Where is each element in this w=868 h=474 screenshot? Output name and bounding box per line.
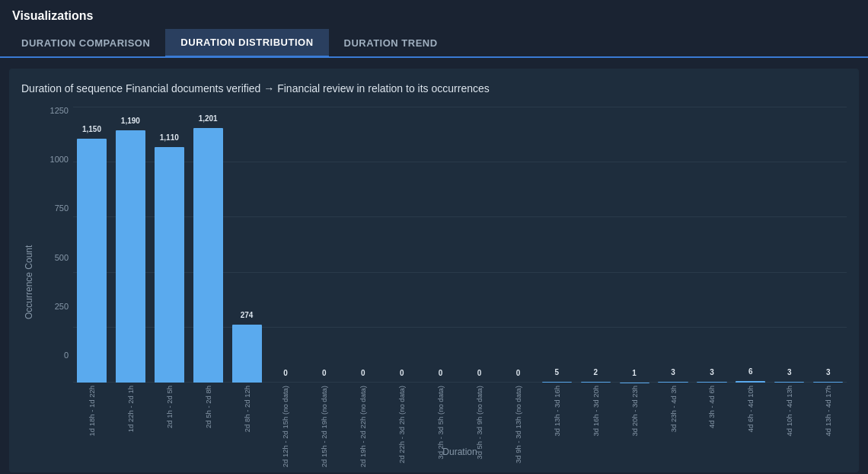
bar-group: 0 [267,107,305,383]
bar-value-label: 0 [400,369,404,377]
header: Visualizations DURATION COMPARISON DURAT… [0,0,868,58]
bar-value-label: 0 [477,369,482,377]
bar-value-label: 3 [671,368,675,376]
x-tick-label: 2d 8h - 2d 12h [243,386,251,432]
x-tick-label: 1d 18h - 1d 22h [88,386,96,437]
plot-area: 1250100075050025001,1501,1901,1101,20127… [43,107,847,383]
x-label-wrap: 3d 13h - 3d 16h [538,386,576,437]
bar: 3 [658,382,688,383]
bar-group: 1,110 [151,107,188,383]
x-tick-label: 3d 16h - 3d 20h [592,386,600,437]
y-tick: 0 [43,351,73,360]
bar-value-label: 1 [632,369,637,377]
bar-value-label: 1,150 [82,125,101,133]
chart-container: Duration of sequence Financial documents… [9,69,859,472]
bar-group: 0 [344,107,381,383]
bar: 3 [813,382,843,383]
bar: 274 [232,325,262,383]
bar-value-label: 0 [322,369,327,377]
bars-area: 1,1501,1901,1101,201274000000052133633 [73,107,847,383]
bar-group: 5 [538,107,576,383]
y-tick: 750 [43,204,73,213]
x-tick-label: 4d 3h - 4d 6h [707,386,716,428]
bar-group: 3 [771,107,808,383]
x-label-wrap: 1d 22h - 2d 1h [112,386,149,432]
bar-value-label: 6 [748,367,753,376]
bar-value-label: 0 [516,369,521,377]
chart-inner: 1250100075050025001,1501,1901,1101,20127… [43,107,847,457]
x-axis-title: Duration [73,447,847,457]
chart-area: Occurrence Count 1250100075050025001,150… [21,107,847,457]
bar-group: 274 [228,107,266,383]
y-axis-label: Occurrence Count [21,107,37,457]
x-label-wrap: 2d 8h - 2d 12h [228,386,266,432]
x-tick-label: 3d 2h - 3d 5h (no data) [436,386,445,460]
x-tick-label: 4d 6h - 4d 10h [746,386,755,432]
x-tick-label: 1d 22h - 2d 1h [126,386,135,432]
x-tick-label: 3d 20h - 3d 23h [630,386,639,437]
tab-duration-comparison[interactable]: DURATION COMPARISON [6,29,165,56]
bar-value-label: 0 [283,369,288,377]
tab-duration-trend[interactable]: DURATION TREND [329,29,453,56]
x-label-wrap: 2d 5h - 2d 8h [190,386,227,428]
bar-value-label: 0 [361,369,365,377]
bar-value-label: 3 [787,368,792,376]
x-label-wrap: 3d 16h - 3d 20h [577,386,614,437]
bar: 1,150 [77,139,107,383]
y-tick: 500 [43,254,73,262]
x-label-wrap: 4d 10h - 4d 13h [771,386,808,437]
chart-title: Duration of sequence Financial documents… [21,82,847,94]
x-tick-label: 2d 22h - 3d 2h (no data) [397,386,406,463]
bar: 6 [736,381,765,383]
bar: 5 [542,382,572,383]
bar: 1,190 [116,130,145,383]
x-label-wrap: 3d 23h - 4d 3h [655,386,692,432]
bar-value-label: 1,201 [199,114,218,123]
x-tick-label: 2d 5h - 2d 8h [204,386,212,428]
bar-value-label: 1,110 [160,133,179,142]
bar-group: 6 [732,107,769,383]
x-tick-label: 2d 1h - 2d 5h [165,386,174,428]
y-axis-ticks: 125010007505002500 [43,107,73,360]
bar-group: 3 [809,107,847,383]
bar-group: 2 [577,107,614,383]
bar: 3 [697,382,726,383]
bar-group: 0 [383,107,420,383]
bar-group: 0 [499,107,537,383]
bar-value-label: 3 [826,368,831,376]
y-tick: 250 [43,303,73,311]
bar-value-label: 3 [710,368,714,376]
bar-group: 0 [461,107,498,383]
y-tick: 1250 [43,107,73,115]
page-title: Visualizations [12,9,93,22]
bar-group: 0 [305,107,343,383]
bar-group: 1 [616,107,653,383]
bar-group: 3 [694,107,731,383]
x-tick-label: 3d 13h - 3d 16h [553,386,561,437]
bar-group: 0 [422,107,459,383]
x-tick-label: 3d 9h - 3d 13h (no data) [514,386,522,463]
x-tick-label: 2d 15h - 2d 19h (no data) [320,386,328,467]
x-label-wrap: 4d 3h - 4d 6h [694,386,731,428]
bar-value-label: 0 [439,369,443,377]
bar-group: 1,190 [112,107,149,383]
bar-value-label: 5 [555,368,560,376]
bar: 1,110 [155,147,184,383]
x-label-wrap: 2d 1h - 2d 5h [151,386,188,428]
x-label-wrap: 3d 20h - 3d 23h [616,386,653,437]
x-tick-label: 2d 12h - 2d 15h (no data) [281,386,289,467]
bar: 3 [774,382,804,383]
y-tick: 1000 [43,155,73,164]
bar-group: 1,201 [190,107,227,383]
bar-value-label: 274 [241,311,254,319]
bar-value-label: 1,190 [121,117,140,125]
x-label-wrap: 4d 6h - 4d 10h [732,386,769,432]
x-tick-label: 3d 5h - 3d 9h (no data) [475,386,483,460]
x-tick-label: 4d 13h - 4d 17h [824,386,832,437]
bar: 2 [581,382,611,383]
x-label-wrap: 4d 13h - 4d 17h [809,386,847,437]
x-tick-label: 2d 19h - 2d 22h (no data) [359,386,367,467]
tab-duration-distribution[interactable]: DURATION DISTRIBUTION [165,29,328,58]
x-labels: 1d 18h - 1d 22h1d 22h - 2d 1h2d 1h - 2d … [73,383,847,444]
x-tick-label: 4d 10h - 4d 13h [785,386,793,437]
